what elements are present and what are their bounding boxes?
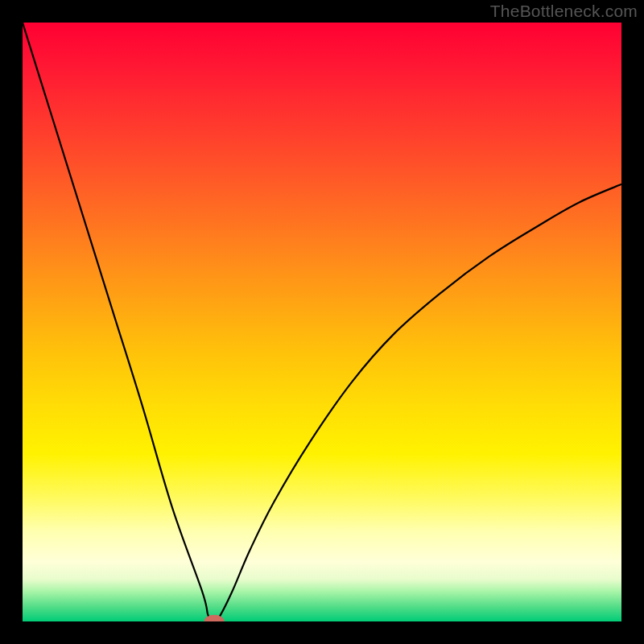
- chart-svg: [23, 23, 621, 621]
- chart-frame: TheBottleneck.com: [0, 0, 644, 644]
- min-marker: [204, 615, 224, 621]
- watermark-text: TheBottleneck.com: [490, 2, 638, 21]
- curve-path: [23, 23, 621, 621]
- plot-area: [23, 23, 621, 621]
